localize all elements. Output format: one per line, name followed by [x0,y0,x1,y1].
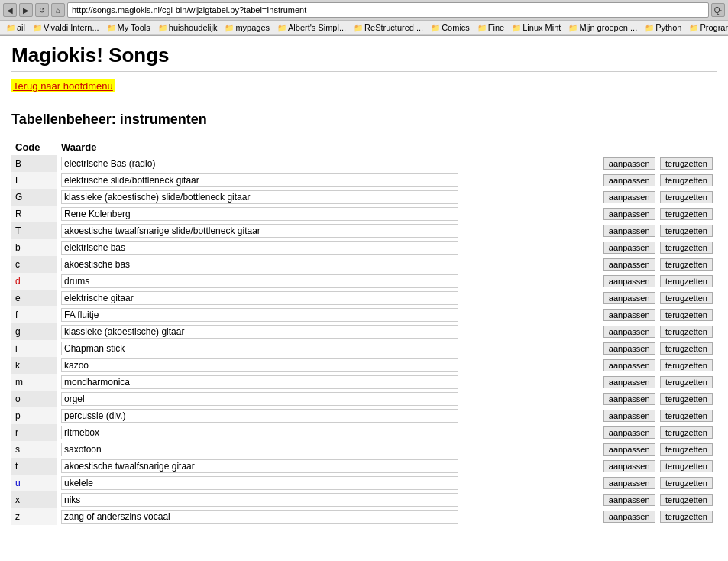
bookmark-item[interactable]: 📁Linux Mint [509,22,564,33]
aanpassen-button[interactable]: aanpassen [603,292,655,304]
aanpassen-button[interactable]: aanpassen [603,443,655,456]
value-input[interactable] [61,342,458,355]
terugzetten-button[interactable]: terugzetten [660,342,713,355]
aanpassen-button[interactable]: aanpassen [603,208,655,220]
aanpassen-button[interactable]: aanpassen [603,494,655,506]
bookmark-item[interactable]: 📁ail [3,22,28,33]
value-cell[interactable] [57,239,567,256]
terugzetten-button[interactable]: terugzetten [660,292,713,304]
aanpassen-button[interactable]: aanpassen [603,460,655,472]
value-cell[interactable] [57,407,567,424]
value-input[interactable] [61,510,458,524]
terugzetten-button[interactable]: terugzetten [660,174,713,186]
value-cell[interactable] [57,189,567,206]
search-btn[interactable]: Q· [711,3,725,17]
value-input[interactable] [61,241,458,255]
value-cell[interactable] [57,391,567,407]
terugzetten-button[interactable]: terugzetten [660,225,713,237]
value-cell[interactable] [57,475,567,491]
terugzetten-button[interactable]: terugzetten [660,242,713,254]
terugzetten-button[interactable]: terugzetten [660,376,713,388]
terugzetten-button[interactable]: terugzetten [660,477,713,489]
aanpassen-button[interactable]: aanpassen [603,342,655,355]
bookmark-item[interactable]: 📁Fine [474,22,507,33]
bookmark-item[interactable]: 📁Programming [686,22,728,33]
value-input[interactable] [61,274,458,288]
terugzetten-button[interactable]: terugzetten [660,494,713,506]
terugzetten-button[interactable]: terugzetten [660,191,713,203]
value-input[interactable] [61,392,458,406]
aanpassen-button[interactable]: aanpassen [603,191,655,203]
value-cell[interactable] [57,508,567,525]
aanpassen-button[interactable]: aanpassen [603,426,655,439]
value-cell[interactable] [57,222,567,239]
terugzetten-button[interactable]: terugzetten [660,275,713,287]
value-cell[interactable] [57,374,567,391]
terugzetten-button[interactable]: terugzetten [660,393,713,405]
value-cell[interactable] [57,172,567,189]
reload-btn[interactable]: ↺ [35,3,49,17]
value-input[interactable] [61,157,458,170]
value-input[interactable] [61,443,458,456]
bookmark-item[interactable]: 📁Mijn groepen ... [565,22,640,33]
terugzetten-button[interactable]: terugzetten [660,443,713,456]
terugzetten-button[interactable]: terugzetten [660,426,713,439]
bookmark-item[interactable]: 📁ReStructured ... [351,22,426,33]
aanpassen-button[interactable]: aanpassen [603,477,655,489]
aanpassen-button[interactable]: aanpassen [603,410,655,422]
aanpassen-button[interactable]: aanpassen [603,376,655,388]
value-input[interactable] [61,173,458,187]
bookmark-item[interactable]: 📁Vivaldi Intern... [30,22,102,33]
value-input[interactable] [61,190,458,204]
value-input[interactable] [61,409,458,423]
value-input[interactable] [61,459,458,473]
aanpassen-button[interactable]: aanpassen [603,275,655,287]
terugzetten-button[interactable]: terugzetten [660,326,713,338]
aanpassen-button[interactable]: aanpassen [603,242,655,254]
value-cell[interactable] [57,306,567,323]
aanpassen-button[interactable]: aanpassen [603,258,655,271]
bookmark-item[interactable]: 📁Python [642,22,684,33]
bookmark-item[interactable]: 📁Albert's Simpl... [274,22,349,33]
value-cell[interactable] [57,206,567,222]
aanpassen-button[interactable]: aanpassen [603,174,655,186]
terugzetten-button[interactable]: terugzetten [660,460,713,472]
value-cell[interactable] [57,323,567,340]
home-btn[interactable]: ⌂ [51,3,65,17]
bookmark-item[interactable]: 📁huishoudelijk [155,22,221,33]
value-cell[interactable] [57,290,567,306]
aanpassen-button[interactable]: aanpassen [603,225,655,237]
aanpassen-button[interactable]: aanpassen [603,157,655,170]
terugzetten-button[interactable]: terugzetten [660,309,713,321]
terugzetten-button[interactable]: terugzetten [660,208,713,220]
aanpassen-button[interactable]: aanpassen [603,393,655,405]
terugzetten-button[interactable]: terugzetten [660,410,713,422]
value-cell[interactable] [57,491,567,508]
value-input[interactable] [61,426,458,439]
value-cell[interactable] [57,357,567,374]
terugzetten-button[interactable]: terugzetten [660,157,713,170]
value-cell[interactable] [57,340,567,357]
bookmark-item[interactable]: 📁Comics [428,22,473,33]
aanpassen-button[interactable]: aanpassen [603,326,655,338]
terugzetten-button[interactable]: terugzetten [660,511,713,523]
value-input[interactable] [61,476,458,490]
value-cell[interactable] [57,155,567,172]
value-input[interactable] [61,358,458,372]
terugzetten-button[interactable]: terugzetten [660,258,713,271]
address-bar[interactable] [67,2,709,18]
value-input[interactable] [61,224,458,238]
terugzetten-button[interactable]: terugzetten [660,359,713,371]
value-input[interactable] [61,308,458,322]
value-cell[interactable] [57,273,567,290]
value-input[interactable] [61,375,458,389]
value-input[interactable] [61,258,458,271]
value-cell[interactable] [57,441,567,458]
value-input[interactable] [61,207,458,221]
value-cell[interactable] [57,424,567,441]
back-btn[interactable]: ◀ [3,3,17,17]
bookmark-item[interactable]: 📁mypages [222,22,273,33]
value-cell[interactable] [57,458,567,475]
bookmark-item[interactable]: 📁My Tools [104,22,154,33]
forward-btn[interactable]: ▶ [19,3,33,17]
